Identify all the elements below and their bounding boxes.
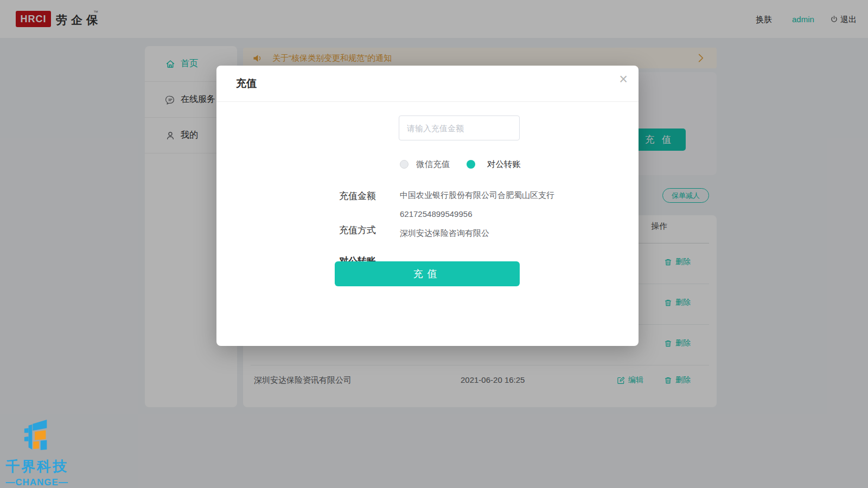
modal-header-divider — [216, 101, 639, 102]
app-root: HRCI 劳企保 ™ 换肤 admin 退出 首页 在线服务 我的 — [0, 0, 868, 488]
radio-transfer[interactable] — [467, 160, 475, 169]
bank-name: 中国农业银行股份有限公司合肥蜀山区支行 — [400, 190, 554, 201]
bank-account-holder: 深圳安达保险咨询有限公 — [400, 228, 489, 239]
watermark-name: 千界科技 — [2, 457, 72, 476]
close-icon[interactable]: × — [619, 72, 628, 87]
watermark-subtitle: —CHANGE— — [2, 477, 72, 488]
radio-wechat-label[interactable]: 微信充值 — [416, 159, 450, 170]
radio-wechat[interactable] — [400, 160, 409, 169]
bank-account-number: 6217254899549956 — [400, 209, 472, 219]
amount-label: 充值金额 — [334, 190, 376, 202]
recharge-submit-button[interactable]: 充值 — [335, 261, 520, 286]
recharge-modal: 充值 × 充值金额 充值方式 微信充值 对公转账 对公转账 中国农业银行股份有限… — [216, 66, 639, 346]
method-label: 充值方式 — [334, 224, 376, 236]
change-logo-icon — [22, 419, 52, 453]
radio-transfer-label[interactable]: 对公转账 — [487, 159, 521, 170]
watermark-logo: 千界科技 —CHANGE— — [2, 419, 72, 488]
modal-title: 充值 — [236, 76, 257, 91]
amount-input[interactable] — [399, 115, 520, 140]
